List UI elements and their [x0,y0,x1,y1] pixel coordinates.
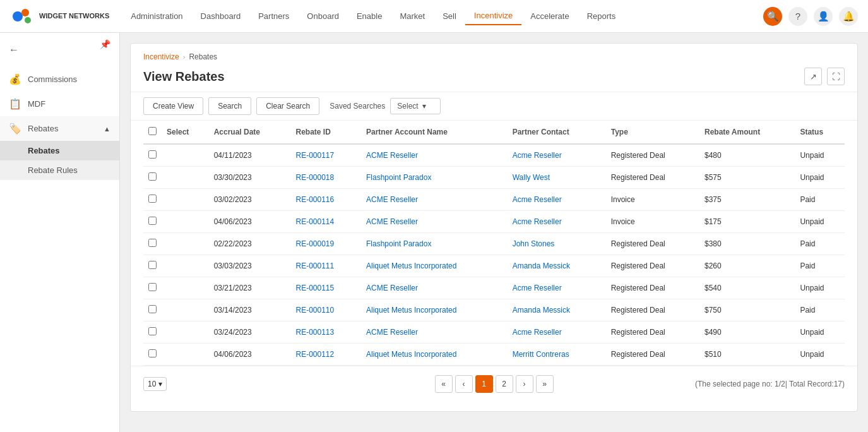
nav-item-onboard[interactable]: Onboard [298,8,348,25]
row-partner-account-5[interactable]: Aliquet Metus Incorporated [361,255,508,277]
row-type-4: Registered Deal [606,233,699,255]
row-rebate-id-5[interactable]: RE-000111 [291,255,361,277]
row-checkbox-4[interactable] [148,239,157,247]
row-checkbox-1[interactable] [148,172,157,181]
row-checkbox-5[interactable] [148,261,157,269]
fullscreen-icon-button[interactable]: ⛶ [827,68,845,85]
search-button[interactable]: Search [208,97,251,115]
next-page-button[interactable]: › [516,375,533,393]
row-checkbox-cell [143,189,162,211]
nav-item-partners[interactable]: Partners [249,8,298,25]
col-status: Status [795,121,845,144]
notification-icon-button[interactable]: 🔔 [839,7,858,26]
row-rebate-id-0[interactable]: RE-000117 [291,144,361,167]
first-page-button[interactable]: « [435,375,453,393]
table-row: 03/30/2023 RE-000018 Flashpoint Paradox … [143,167,845,189]
row-checkbox-9[interactable] [148,349,157,357]
row-checkbox-0[interactable] [148,150,157,159]
row-rebate-id-1[interactable]: RE-000018 [291,167,361,189]
row-rebate-id-8[interactable]: RE-000113 [291,321,361,344]
row-rebate-id-7[interactable]: RE-000110 [291,299,361,321]
row-partner-contact-5[interactable]: Amanda Messick [508,255,606,277]
breadcrumb-parent-link[interactable]: Incentivize [143,52,179,61]
last-page-button[interactable]: » [536,375,554,393]
row-partner-account-7[interactable]: Aliquet Metus Incorporated [361,299,508,321]
row-partner-account-2[interactable]: ACME Reseller [361,189,508,211]
row-partner-contact-2[interactable]: Acme Reseller [508,189,606,211]
row-rebate-id-3[interactable]: RE-000114 [291,211,361,233]
row-checkbox-7[interactable] [148,305,157,313]
row-checkbox-cell [143,344,162,366]
per-page-value: 10 [148,380,156,388]
row-partner-account-8[interactable]: ACME Reseller [361,321,508,344]
row-partner-account-6[interactable]: ACME Reseller [361,277,508,299]
commissions-icon: 💰 [9,73,21,85]
row-partner-account-3[interactable]: ACME Reseller [361,211,508,233]
table-row: 03/03/2023 RE-000111 Aliquet Metus Incor… [143,255,845,277]
row-partner-account-0[interactable]: ACME Reseller [361,144,508,167]
nav-item-incentivize[interactable]: Incentivize [465,7,521,25]
per-page-dropdown[interactable]: 10 ▾ [143,377,167,391]
select-all-checkbox[interactable] [148,127,157,135]
row-accrual-date-9: 04/06/2023 [209,344,291,366]
svg-point-2 [25,17,31,23]
row-rebate-amount-1: $575 [699,167,795,189]
sidebar-item-mdf[interactable]: 📋 MDF [0,92,119,116]
prev-page-button[interactable]: ‹ [455,375,473,393]
nav-item-accelerate[interactable]: Accelerate [521,8,578,25]
search-icon-button[interactable]: 🔍 [763,7,782,26]
page-2-button[interactable]: 2 [496,375,513,393]
sidebar-pin-button[interactable]: 📌 [100,39,110,49]
row-partner-account-4[interactable]: Flashpoint Paradox [361,233,508,255]
sidebar-submenu-item-rebates[interactable]: Rebates [0,141,119,160]
table-row: 03/14/2023 RE-000110 Aliquet Metus Incor… [143,299,845,321]
page-header: View Rebates ↗ ⛶ [131,64,857,92]
row-type-7: Registered Deal [606,299,699,321]
breadcrumb-current: Rebates [189,52,217,61]
row-partner-contact-6[interactable]: Acme Reseller [508,277,606,299]
sidebar-submenu-item-rebate-rules[interactable]: Rebate Rules [0,160,119,180]
logo-area[interactable]: WIDGET NETWORKS [10,4,109,29]
col-rebate-amount: Rebate Amount [699,121,795,144]
nav-item-enable[interactable]: Enable [348,8,391,25]
row-partner-contact-7[interactable]: Amanda Messick [508,299,606,321]
row-partner-contact-8[interactable]: Acme Reseller [508,321,606,344]
table-body: 04/11/2023 RE-000117 ACME Reseller Acme … [143,144,845,366]
help-icon-button[interactable]: ? [788,7,807,26]
clear-search-button[interactable]: Clear Search [256,97,319,115]
row-rebate-id-9[interactable]: RE-000112 [291,344,361,366]
row-checkbox-6[interactable] [148,283,157,291]
row-checkbox-8[interactable] [148,327,157,335]
row-checkbox-2[interactable] [148,195,157,203]
row-status-5: Paid [795,255,845,277]
export-icon-button[interactable]: ↗ [804,68,822,85]
row-partner-contact-0[interactable]: Acme Reseller [508,144,606,167]
saved-searches-dropdown[interactable]: Select ▾ [390,98,441,114]
row-partner-contact-1[interactable]: Wally West [508,167,606,189]
sidebar-item-rebates[interactable]: 🏷️ Rebates ▲ [0,116,119,141]
nav-item-reports[interactable]: Reports [578,8,625,25]
nav-item-market[interactable]: Market [391,8,434,25]
row-type-1: Registered Deal [606,167,699,189]
row-type-9: Registered Deal [606,344,699,366]
page-1-button[interactable]: 1 [475,375,493,393]
row-type-0: Registered Deal [606,144,699,167]
nav-item-administration[interactable]: Administration [122,8,191,25]
row-partner-contact-9[interactable]: Merritt Contreras [508,344,606,366]
row-rebate-id-6[interactable]: RE-000115 [291,277,361,299]
row-partner-contact-4[interactable]: John Stones [508,233,606,255]
nav-item-dashboard[interactable]: Dashboard [192,8,250,25]
row-partner-account-1[interactable]: Flashpoint Paradox [361,167,508,189]
sidebar-item-commissions[interactable]: 💰 Commissions [0,67,119,92]
row-checkbox-3[interactable] [148,217,157,225]
row-select-8 [162,321,209,344]
row-rebate-id-2[interactable]: RE-000116 [291,189,361,211]
create-view-button[interactable]: Create View [143,97,203,115]
row-rebate-id-4[interactable]: RE-000019 [291,233,361,255]
row-partner-account-9[interactable]: Aliquet Metus Incorporated [361,344,508,366]
row-partner-contact-3[interactable]: Acme Reseller [508,211,606,233]
user-avatar-button[interactable]: 👤 [814,7,833,26]
nav-item-sell[interactable]: Sell [434,8,465,25]
row-select-9 [162,344,209,366]
rebates-submenu: Rebates Rebate Rules [0,141,119,180]
